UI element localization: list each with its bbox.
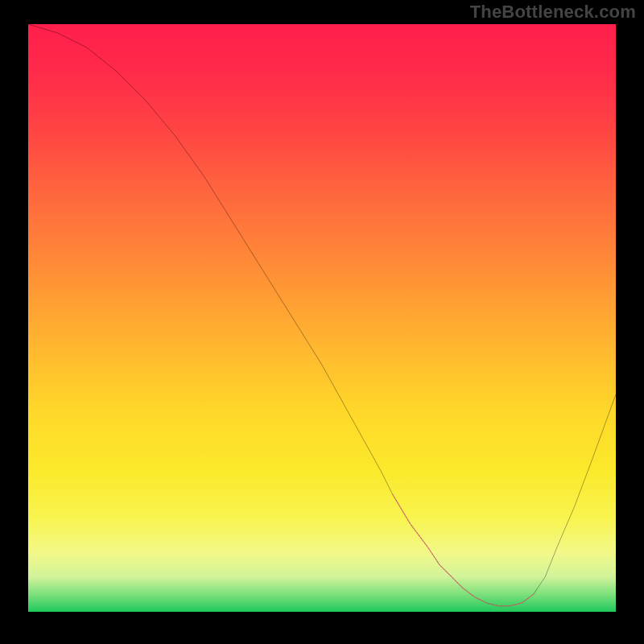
watermark-text: TheBottleneck.com xyxy=(470,2,636,23)
chart-frame: TheBottleneck.com xyxy=(0,0,644,644)
curve-layer xyxy=(28,24,616,612)
plot-area xyxy=(28,24,616,612)
optimal-highlight xyxy=(393,494,534,606)
bottleneck-curve xyxy=(28,24,616,606)
